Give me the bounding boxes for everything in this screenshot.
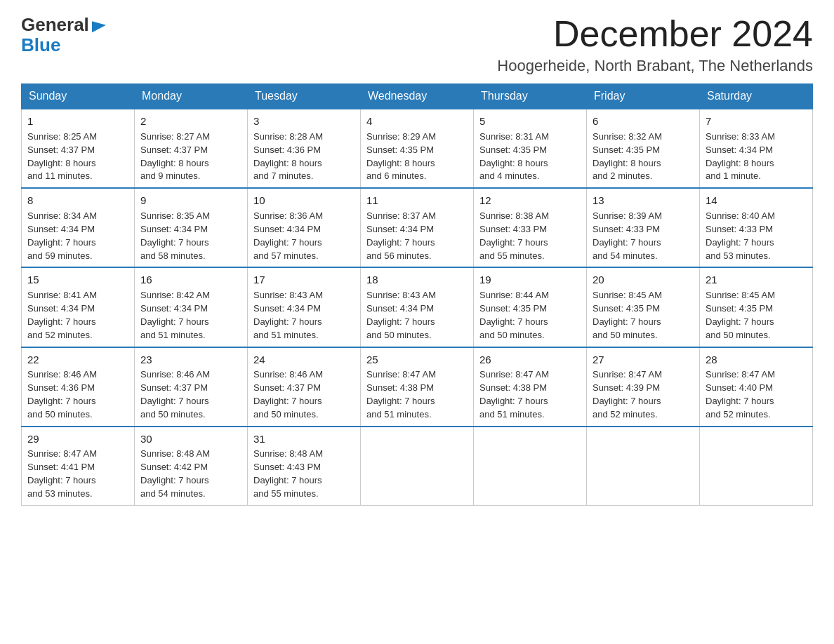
calendar-table: SundayMondayTuesdayWednesdayThursdayFrid… — [21, 83, 813, 506]
day-number: 10 — [253, 193, 355, 208]
calendar-day-15: 15Sunrise: 8:41 AM Sunset: 4:34 PM Dayli… — [22, 267, 135, 347]
day-number: 20 — [593, 272, 694, 288]
calendar-day-29: 29Sunrise: 8:47 AM Sunset: 4:41 PM Dayli… — [22, 427, 135, 506]
calendar-day-6: 6Sunrise: 8:32 AM Sunset: 4:35 PM Daylig… — [587, 109, 700, 188]
calendar-day-5: 5Sunrise: 8:31 AM Sunset: 4:35 PM Daylig… — [474, 109, 587, 188]
calendar-day-20: 20Sunrise: 8:45 AM Sunset: 4:35 PM Dayli… — [587, 267, 700, 347]
day-number: 11 — [366, 193, 468, 208]
calendar-day-30: 30Sunrise: 8:48 AM Sunset: 4:42 PM Dayli… — [135, 427, 248, 506]
day-info-text: Sunrise: 8:37 AM Sunset: 4:34 PM Dayligh… — [366, 210, 468, 262]
calendar-day-19: 19Sunrise: 8:44 AM Sunset: 4:35 PM Dayli… — [474, 267, 587, 347]
day-info-text: Sunrise: 8:47 AM Sunset: 4:38 PM Dayligh… — [366, 368, 468, 421]
weekday-header-monday: Monday — [135, 84, 248, 109]
day-number: 21 — [706, 272, 807, 288]
day-info-text: Sunrise: 8:43 AM Sunset: 4:34 PM Dayligh… — [366, 289, 468, 342]
day-info-text: Sunrise: 8:28 AM Sunset: 4:36 PM Dayligh… — [253, 130, 355, 183]
day-number: 26 — [479, 352, 581, 368]
calendar-day-8: 8Sunrise: 8:34 AM Sunset: 4:34 PM Daylig… — [22, 188, 135, 267]
day-number: 6 — [593, 114, 694, 129]
calendar-day-7: 7Sunrise: 8:33 AM Sunset: 4:34 PM Daylig… — [700, 109, 813, 188]
day-number: 22 — [27, 352, 128, 368]
day-number: 9 — [140, 193, 241, 208]
day-info-text: Sunrise: 8:46 AM Sunset: 4:36 PM Dayligh… — [27, 368, 128, 421]
calendar-day-1: 1Sunrise: 8:25 AM Sunset: 4:37 PM Daylig… — [22, 109, 135, 188]
calendar-day-9: 9Sunrise: 8:35 AM Sunset: 4:34 PM Daylig… — [135, 188, 248, 267]
calendar-day-3: 3Sunrise: 8:28 AM Sunset: 4:36 PM Daylig… — [248, 109, 361, 188]
day-info-text: Sunrise: 8:47 AM Sunset: 4:40 PM Dayligh… — [706, 368, 807, 421]
day-number: 16 — [140, 272, 241, 288]
day-info-text: Sunrise: 8:47 AM Sunset: 4:41 PM Dayligh… — [27, 448, 128, 500]
day-number: 19 — [479, 272, 581, 288]
calendar-day-12: 12Sunrise: 8:38 AM Sunset: 4:33 PM Dayli… — [474, 188, 587, 267]
day-number: 23 — [140, 352, 241, 368]
calendar-day-10: 10Sunrise: 8:36 AM Sunset: 4:34 PM Dayli… — [248, 188, 361, 267]
day-number: 18 — [366, 272, 468, 288]
day-info-text: Sunrise: 8:25 AM Sunset: 4:37 PM Dayligh… — [27, 130, 128, 183]
calendar-day-4: 4Sunrise: 8:29 AM Sunset: 4:35 PM Daylig… — [361, 109, 474, 188]
calendar-week-row-5: 29Sunrise: 8:47 AM Sunset: 4:41 PM Dayli… — [22, 427, 813, 506]
day-info-text: Sunrise: 8:41 AM Sunset: 4:34 PM Dayligh… — [27, 289, 128, 342]
calendar-week-row-3: 15Sunrise: 8:41 AM Sunset: 4:34 PM Dayli… — [22, 267, 813, 347]
day-info-text: Sunrise: 8:48 AM Sunset: 4:43 PM Dayligh… — [253, 448, 355, 500]
calendar-day-31: 31Sunrise: 8:48 AM Sunset: 4:43 PM Dayli… — [248, 427, 361, 506]
day-number: 28 — [706, 352, 807, 368]
day-number: 7 — [706, 114, 807, 129]
day-number: 1 — [27, 114, 128, 129]
day-info-text: Sunrise: 8:47 AM Sunset: 4:38 PM Dayligh… — [479, 368, 581, 421]
day-number: 13 — [593, 193, 694, 208]
calendar-day-26: 26Sunrise: 8:47 AM Sunset: 4:38 PM Dayli… — [474, 347, 587, 427]
weekday-header-friday: Friday — [587, 84, 700, 109]
weekday-header-saturday: Saturday — [700, 84, 813, 109]
calendar-day-empty — [361, 427, 474, 506]
weekday-header-row: SundayMondayTuesdayWednesdayThursdayFrid… — [22, 84, 813, 109]
day-info-text: Sunrise: 8:29 AM Sunset: 4:35 PM Dayligh… — [366, 130, 468, 183]
calendar-day-21: 21Sunrise: 8:45 AM Sunset: 4:35 PM Dayli… — [700, 267, 813, 347]
day-number: 27 — [593, 352, 694, 368]
day-number: 15 — [27, 272, 128, 288]
day-number: 24 — [253, 352, 355, 368]
calendar-day-28: 28Sunrise: 8:47 AM Sunset: 4:40 PM Dayli… — [700, 347, 813, 427]
logo-blue-text: Blue — [21, 36, 106, 54]
day-number: 17 — [253, 272, 355, 288]
day-info-text: Sunrise: 8:36 AM Sunset: 4:34 PM Dayligh… — [253, 210, 355, 262]
day-info-text: Sunrise: 8:46 AM Sunset: 4:37 PM Dayligh… — [253, 368, 355, 421]
calendar-day-2: 2Sunrise: 8:27 AM Sunset: 4:37 PM Daylig… — [135, 109, 248, 188]
calendar-day-22: 22Sunrise: 8:46 AM Sunset: 4:36 PM Dayli… — [22, 347, 135, 427]
logo: General Blue — [21, 14, 106, 54]
day-info-text: Sunrise: 8:48 AM Sunset: 4:42 PM Dayligh… — [140, 448, 241, 500]
day-info-text: Sunrise: 8:40 AM Sunset: 4:33 PM Dayligh… — [706, 210, 807, 262]
day-info-text: Sunrise: 8:34 AM Sunset: 4:34 PM Dayligh… — [27, 210, 128, 262]
calendar-day-empty — [587, 427, 700, 506]
day-number: 12 — [479, 193, 581, 208]
day-number: 3 — [253, 114, 355, 129]
day-info-text: Sunrise: 8:42 AM Sunset: 4:34 PM Dayligh… — [140, 289, 241, 342]
day-info-text: Sunrise: 8:32 AM Sunset: 4:35 PM Dayligh… — [593, 130, 694, 183]
day-info-text: Sunrise: 8:39 AM Sunset: 4:33 PM Dayligh… — [593, 210, 694, 262]
location-subtitle: Hoogerheide, North Brabant, The Netherla… — [497, 57, 813, 75]
calendar-day-13: 13Sunrise: 8:39 AM Sunset: 4:33 PM Dayli… — [587, 188, 700, 267]
title-area: December 2024 Hoogerheide, North Brabant… — [497, 14, 813, 75]
day-number: 25 — [366, 352, 468, 368]
day-number: 14 — [706, 193, 807, 208]
calendar-week-row-2: 8Sunrise: 8:34 AM Sunset: 4:34 PM Daylig… — [22, 188, 813, 267]
calendar-week-row-1: 1Sunrise: 8:25 AM Sunset: 4:37 PM Daylig… — [22, 109, 813, 188]
day-info-text: Sunrise: 8:27 AM Sunset: 4:37 PM Dayligh… — [140, 130, 241, 183]
logo-general-text: General — [21, 14, 106, 36]
calendar-day-17: 17Sunrise: 8:43 AM Sunset: 4:34 PM Dayli… — [248, 267, 361, 347]
day-info-text: Sunrise: 8:45 AM Sunset: 4:35 PM Dayligh… — [706, 289, 807, 342]
logo-arrow-icon — [92, 16, 106, 32]
page-header: General Blue December 2024 Hoogerheide, … — [21, 14, 813, 75]
calendar-week-row-4: 22Sunrise: 8:46 AM Sunset: 4:36 PM Dayli… — [22, 347, 813, 427]
calendar-day-11: 11Sunrise: 8:37 AM Sunset: 4:34 PM Dayli… — [361, 188, 474, 267]
day-info-text: Sunrise: 8:46 AM Sunset: 4:37 PM Dayligh… — [140, 368, 241, 421]
weekday-header-wednesday: Wednesday — [361, 84, 474, 109]
calendar-day-24: 24Sunrise: 8:46 AM Sunset: 4:37 PM Dayli… — [248, 347, 361, 427]
day-number: 31 — [253, 431, 355, 447]
day-info-text: Sunrise: 8:43 AM Sunset: 4:34 PM Dayligh… — [253, 289, 355, 342]
weekday-header-tuesday: Tuesday — [248, 84, 361, 109]
day-info-text: Sunrise: 8:47 AM Sunset: 4:39 PM Dayligh… — [593, 368, 694, 421]
day-info-text: Sunrise: 8:31 AM Sunset: 4:35 PM Dayligh… — [479, 130, 581, 183]
calendar-day-16: 16Sunrise: 8:42 AM Sunset: 4:34 PM Dayli… — [135, 267, 248, 347]
day-info-text: Sunrise: 8:38 AM Sunset: 4:33 PM Dayligh… — [479, 210, 581, 262]
day-info-text: Sunrise: 8:35 AM Sunset: 4:34 PM Dayligh… — [140, 210, 241, 262]
